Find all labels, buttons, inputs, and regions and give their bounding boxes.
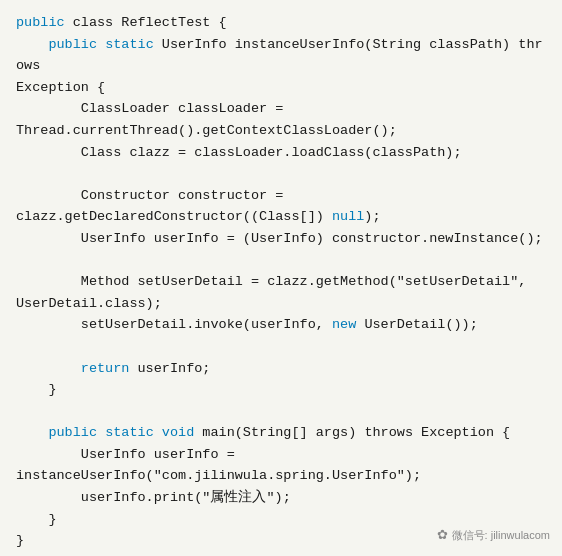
code-line: return userInfo; xyxy=(16,358,546,380)
code-text xyxy=(97,425,105,440)
code-text: } xyxy=(16,533,24,548)
code-text: setUserDetail.invoke(userInfo, xyxy=(16,317,332,332)
code-text: } xyxy=(16,512,57,527)
code-text: Thread.currentThread().getContextClassLo… xyxy=(16,123,397,138)
code-line: Thread.currentThread().getContextClassLo… xyxy=(16,120,546,142)
code-text: ClassLoader classLoader = xyxy=(16,101,283,116)
code-text: Constructor constructor = xyxy=(16,188,283,203)
keyword: static xyxy=(105,37,154,52)
code-text: UserDetail.class); xyxy=(16,296,162,311)
code-line: public static void main(String[] args) t… xyxy=(16,422,546,444)
code-line: Exception { xyxy=(16,77,546,99)
code-text: Exception { xyxy=(16,80,105,95)
code-line: userInfo.print("属性注入"); xyxy=(16,487,546,509)
code-line: Constructor constructor = xyxy=(16,185,546,207)
code-line: } xyxy=(16,379,546,401)
code-text: instanceUserInfo("com.jilinwula.spring.U… xyxy=(16,468,421,483)
keyword: static xyxy=(105,425,154,440)
code-line: clazz.getDeclaredConstructor((Class[]) n… xyxy=(16,206,546,228)
code-text xyxy=(97,37,105,52)
code-text xyxy=(16,361,81,376)
code-line: instanceUserInfo("com.jilinwula.spring.U… xyxy=(16,465,546,487)
code-container: public class ReflectTest { public static… xyxy=(0,0,562,556)
code-text: class ReflectTest { xyxy=(65,15,227,30)
code-line: public class ReflectTest { xyxy=(16,12,546,34)
code-text: UserInfo userInfo = (UserInfo) construct… xyxy=(16,231,543,246)
code-block: public class ReflectTest { public static… xyxy=(16,12,546,552)
code-text: } xyxy=(16,382,57,397)
keyword: null xyxy=(332,209,364,224)
keyword: public xyxy=(16,15,65,30)
keyword: return xyxy=(81,361,130,376)
code-text: UserInfo userInfo = xyxy=(16,447,235,462)
code-line xyxy=(16,401,546,423)
code-text: UserDetail()); xyxy=(356,317,478,332)
code-text xyxy=(16,37,48,52)
keyword: new xyxy=(332,317,356,332)
code-line xyxy=(16,336,546,358)
code-text xyxy=(16,425,48,440)
code-line: Class clazz = classLoader.loadClass(clas… xyxy=(16,142,546,164)
watermark-text: 微信号: jilinwulacom xyxy=(452,527,550,545)
code-text xyxy=(154,425,162,440)
code-line: Method setUserDetail = clazz.getMethod("… xyxy=(16,271,546,293)
code-text: ); xyxy=(364,209,380,224)
code-text: Class clazz = classLoader.loadClass(clas… xyxy=(16,145,462,160)
keyword: public xyxy=(48,425,97,440)
code-line: UserInfo userInfo = xyxy=(16,444,546,466)
keyword: void xyxy=(162,425,194,440)
code-line xyxy=(16,250,546,272)
code-text: main(String[] args) throws Exception { xyxy=(194,425,510,440)
code-line xyxy=(16,163,546,185)
code-text: userInfo; xyxy=(129,361,210,376)
watermark: ✿ 微信号: jilinwulacom xyxy=(437,525,550,546)
code-line: setUserDetail.invoke(userInfo, new UserD… xyxy=(16,314,546,336)
keyword: public xyxy=(48,37,97,52)
code-line: UserDetail.class); xyxy=(16,293,546,315)
watermark-icon: ✿ xyxy=(437,525,448,546)
code-line: ClassLoader classLoader = xyxy=(16,98,546,120)
code-line: public static UserInfo instanceUserInfo(… xyxy=(16,34,546,77)
code-text: clazz.getDeclaredConstructor((Class[]) xyxy=(16,209,332,224)
code-text: Method setUserDetail = clazz.getMethod("… xyxy=(16,274,526,289)
code-text: userInfo.print("属性注入"); xyxy=(16,490,291,505)
code-line: UserInfo userInfo = (UserInfo) construct… xyxy=(16,228,546,250)
